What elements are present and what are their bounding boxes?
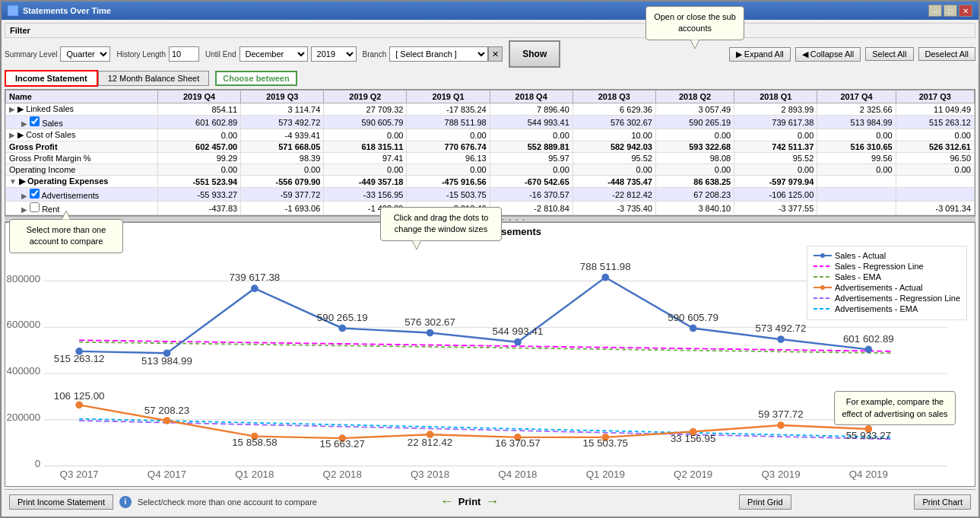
svg-text:57 208.23: 57 208.23 bbox=[144, 405, 189, 416]
branch-select[interactable]: [ Select Branch ] bbox=[389, 46, 488, 62]
bottom-bar: Print Income Statement i Select/check mo… bbox=[5, 489, 975, 513]
svg-text:513 984.99: 513 984.99 bbox=[141, 355, 192, 367]
col-2018q1: 2018 Q1 bbox=[734, 91, 817, 103]
svg-line-10 bbox=[79, 340, 892, 351]
svg-point-20 bbox=[777, 335, 785, 343]
print-grid-button[interactable]: Print Grid bbox=[739, 494, 791, 510]
ads-checkbox[interactable] bbox=[30, 189, 40, 199]
svg-point-17 bbox=[514, 338, 522, 346]
svg-text:15 663.27: 15 663.27 bbox=[320, 438, 365, 450]
rent-checkbox[interactable] bbox=[30, 202, 40, 212]
svg-text:0: 0 bbox=[35, 458, 40, 469]
compare-text: Select/check more than one account to co… bbox=[138, 497, 317, 507]
table-row: ▶ ▶ Cost of Sales 0.00-4 939.410.000.00 … bbox=[6, 129, 975, 141]
main-window: Statements Over Time – □ ✕ Filter Summar… bbox=[0, 0, 980, 518]
svg-text:576 302.67: 576 302.67 bbox=[404, 316, 455, 328]
col-2017q3: 2017 Q3 bbox=[896, 91, 974, 103]
choose-between-label: Choose between bbox=[215, 71, 297, 86]
svg-text:200000: 200000 bbox=[7, 412, 41, 423]
until-end-label: Until End bbox=[205, 50, 236, 59]
print-income-stmt-button[interactable]: Print Income Statement bbox=[9, 494, 113, 510]
year-select[interactable]: 2019 bbox=[311, 46, 357, 62]
select-all-button[interactable]: Select All bbox=[865, 47, 913, 61]
table-row: Gross Profit Margin % 99.2998.3997.4196.… bbox=[6, 153, 975, 164]
print-label-area: ← Print → bbox=[440, 494, 500, 510]
ads-expand-icon[interactable]: ▶ bbox=[21, 192, 27, 200]
data-table-section: Name 2019 Q4 2019 Q3 2019 Q2 2019 Q1 201… bbox=[5, 89, 975, 216]
left-arrow-icon: ← bbox=[440, 494, 454, 510]
svg-text:15 503.75: 15 503.75 bbox=[583, 437, 628, 449]
col-2019q4: 2019 Q4 bbox=[158, 91, 241, 103]
svg-text:788 511.98: 788 511.98 bbox=[580, 261, 631, 272]
svg-text:Q1 2018: Q1 2018 bbox=[235, 469, 274, 480]
deselect-all-button[interactable]: Deselect All bbox=[918, 47, 975, 61]
show-button[interactable]: Show bbox=[509, 40, 560, 68]
collapse-all-button[interactable]: ◀ Collapse All bbox=[795, 47, 861, 62]
tabs-row: Income Statement 12 Month Balance Sheet … bbox=[5, 70, 975, 87]
controls-row: Summary Level Quarter History Length Unt… bbox=[5, 40, 975, 68]
branch-label: Branch bbox=[363, 50, 387, 59]
svg-text:Q3 2018: Q3 2018 bbox=[411, 469, 449, 480]
svg-text:601 602.89: 601 602.89 bbox=[843, 333, 894, 345]
svg-line-11 bbox=[79, 342, 892, 354]
col-2018q4: 2018 Q4 bbox=[490, 91, 572, 103]
sales-checkbox[interactable] bbox=[30, 116, 40, 126]
svg-text:15 858.58: 15 858.58 bbox=[232, 437, 277, 448]
svg-point-16 bbox=[427, 329, 434, 337]
table-row: ▶ ▶ Linked Sales 854.113 114.7427 709.32… bbox=[6, 103, 975, 116]
svg-text:800000: 800000 bbox=[7, 273, 41, 284]
opex-expand-icon[interactable]: ▼ bbox=[9, 177, 17, 186]
main-area: Name 2019 Q4 2019 Q3 2019 Q2 2019 Q1 201… bbox=[5, 89, 975, 487]
tab-balance-sheet[interactable]: 12 Month Balance Sheet bbox=[98, 71, 209, 86]
expand-icon2[interactable]: ▶ bbox=[17, 104, 24, 113]
svg-point-34 bbox=[75, 401, 83, 408]
chart-title: Sales,Advertisements bbox=[5, 223, 975, 240]
rent-expand-icon[interactable]: ▶ bbox=[21, 205, 27, 214]
app-icon bbox=[8, 5, 18, 16]
table-row: ▶ Advertisements -55 933.27-59 377.72-33… bbox=[6, 188, 975, 202]
col-2017q4: 2017 Q4 bbox=[817, 91, 896, 103]
svg-point-65 bbox=[820, 253, 825, 258]
table-row: ▼ ▶ Operating Expenses -551 523.94-556 0… bbox=[6, 176, 975, 188]
maximize-button[interactable]: □ bbox=[944, 5, 957, 17]
right-controls: ▶ Expand All ◀ Collapse All Select All D… bbox=[729, 47, 975, 62]
right-arrow-icon: → bbox=[485, 494, 499, 510]
collapse-icon: ◀ bbox=[802, 49, 808, 59]
svg-text:16 370.57: 16 370.57 bbox=[495, 437, 540, 449]
svg-text:739 617.38: 739 617.38 bbox=[229, 272, 280, 283]
filter-bar: Filter bbox=[5, 23, 975, 38]
title-bar: Statements Over Time – □ ✕ bbox=[2, 2, 978, 20]
svg-text:400000: 400000 bbox=[7, 365, 41, 377]
svg-point-15 bbox=[338, 325, 346, 332]
col-name: Name bbox=[6, 91, 158, 103]
svg-point-14 bbox=[251, 284, 258, 292]
expand-icon[interactable]: ▶ bbox=[9, 105, 15, 113]
minimize-button[interactable]: – bbox=[928, 5, 942, 17]
sub-expand-icon[interactable]: ▶ bbox=[21, 119, 27, 128]
until-end-select[interactable]: December bbox=[239, 46, 308, 62]
svg-text:Q3 2017: Q3 2017 bbox=[60, 469, 99, 480]
svg-text:Q4 2019: Q4 2019 bbox=[849, 469, 888, 480]
svg-text:Q4 2018: Q4 2018 bbox=[498, 469, 537, 480]
table-row: Operating Income 0.000.000.000.00 0.000.… bbox=[6, 164, 975, 176]
history-length-input[interactable] bbox=[169, 46, 199, 62]
col-2019q3: 2019 Q3 bbox=[241, 91, 324, 103]
branch-clear-button[interactable]: ✕ bbox=[488, 46, 503, 62]
expand-icon: ▶ bbox=[736, 49, 742, 59]
close-button[interactable]: ✕ bbox=[959, 5, 972, 17]
filter-label: Filter bbox=[10, 26, 30, 35]
expand-all-button[interactable]: ▶ Expand All bbox=[729, 47, 791, 62]
svg-text:55 933.27: 55 933.27 bbox=[846, 430, 891, 441]
expand-icon3[interactable]: ▶ bbox=[17, 130, 24, 139]
print-chart-button[interactable]: Print Chart bbox=[914, 494, 971, 510]
svg-point-69 bbox=[820, 285, 825, 290]
resize-divider[interactable]: • • • • • • • • • • • bbox=[5, 216, 975, 222]
tab-income-statement[interactable]: Income Statement bbox=[5, 70, 98, 87]
col-2019q2: 2019 Q2 bbox=[324, 91, 407, 103]
cost-expand-icon[interactable]: ▶ bbox=[9, 131, 15, 139]
opex-expand2[interactable]: ▶ bbox=[19, 176, 25, 186]
summary-level-label: Summary Level bbox=[5, 50, 57, 59]
summary-level-select[interactable]: Quarter bbox=[60, 46, 110, 62]
table-row: Gross Profit 602 457.00571 668.05618 315… bbox=[6, 141, 975, 153]
svg-text:515 263.12: 515 263.12 bbox=[54, 353, 105, 364]
